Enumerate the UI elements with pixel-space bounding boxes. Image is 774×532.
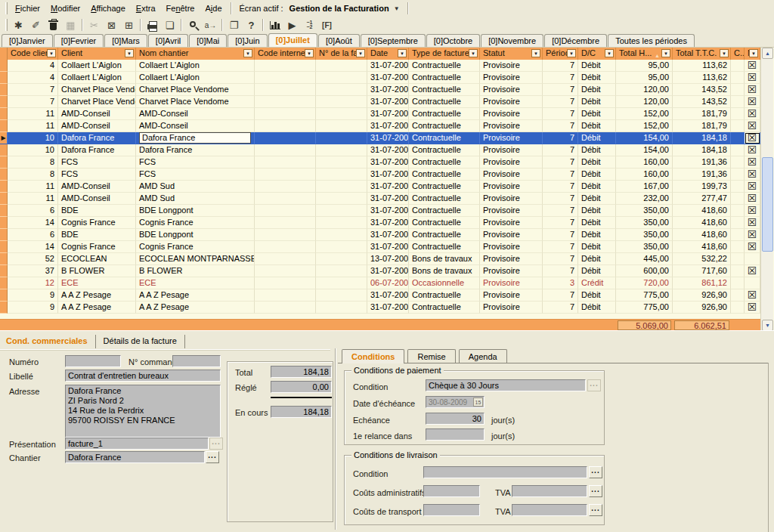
column-header-dc[interactable]: D/C▼ (578, 48, 616, 60)
row-marker[interactable] (0, 265, 8, 277)
cell-chantier[interactable]: FCS (136, 156, 255, 169)
cell-ttc[interactable]: 181,79 (673, 108, 731, 120)
grid-row[interactable]: 37B FLOWERB FLOWER31-07-2009Bons de trav… (0, 265, 760, 277)
menu-item-extra[interactable]: Extra (131, 2, 161, 15)
scrollbar-thumb[interactable] (762, 157, 773, 252)
cell-periode[interactable]: 7 (543, 181, 578, 193)
grid-row[interactable]: 14Cognis FranceCognis France31-07-2009Co… (0, 241, 760, 253)
period-tab-7[interactable]: [0]Juillet (268, 33, 317, 47)
cell-code[interactable]: 7 (8, 96, 58, 108)
cell-client[interactable]: Charvet Place Vendome (58, 96, 136, 108)
page-edit-button[interactable]: ❏ (161, 17, 178, 32)
cell-interne[interactable] (255, 169, 316, 181)
cell-date[interactable]: 31-07-2009 (367, 217, 409, 229)
cell-num[interactable] (316, 217, 367, 229)
cell-type[interactable]: Contractuelle (409, 181, 480, 193)
numero-field[interactable] (65, 355, 121, 367)
cell-num[interactable] (316, 72, 367, 84)
condition-paiement-browse-button[interactable]: ... (587, 379, 601, 391)
row-marker[interactable] (0, 108, 8, 120)
cell-type[interactable]: Contractuelle (409, 84, 480, 96)
cell-chantier[interactable]: Cognis France (136, 217, 255, 229)
vertical-scrollbar[interactable]: ▲ ▼ (760, 48, 773, 331)
column-filter-dropdown-icon[interactable]: ▼ (720, 49, 729, 57)
grid-row[interactable]: 7Charvet Place VendomeCharvet Place Vend… (0, 84, 760, 96)
cell-num[interactable] (316, 108, 367, 120)
cell-c[interactable] (731, 72, 745, 84)
cell-ttc[interactable]: 184,18 (673, 132, 731, 144)
cell-periode[interactable]: 7 (543, 169, 578, 181)
cell-num[interactable] (316, 84, 367, 96)
cell-c[interactable] (731, 120, 745, 132)
presentation-field[interactable]: facture_1 (65, 438, 209, 450)
grid-row[interactable]: 7Charvet Place VendomeCharvet Place Vend… (0, 96, 760, 108)
cell-code[interactable]: 6 (8, 205, 58, 217)
cell-c[interactable] (731, 253, 745, 265)
cell-ht[interactable]: 120,00 (616, 84, 673, 96)
cell-m[interactable]: ☒ (745, 84, 760, 96)
column-filter-dropdown-icon[interactable]: ▼ (531, 49, 540, 57)
cell-ttc[interactable]: 861,12 (673, 277, 731, 289)
cell-dc[interactable]: Débit (578, 241, 616, 253)
cell-client[interactable]: BDE (58, 229, 136, 241)
cell-ht[interactable]: 720,00 (616, 277, 673, 289)
cell-c[interactable] (731, 84, 745, 96)
cell-code[interactable]: 4 (8, 72, 58, 84)
cell-statut[interactable]: Provisoire (480, 302, 543, 314)
cell-ht[interactable]: 350,00 (616, 229, 673, 241)
cell-dc[interactable]: Débit (578, 265, 616, 277)
new-record-button[interactable]: ✱ (10, 17, 27, 32)
row-marker[interactable] (0, 72, 8, 84)
conditions-tab-agenda[interactable]: Agenda (459, 349, 507, 363)
column-header-interne[interactable]: Code interne▼ (255, 48, 316, 60)
cell-client[interactable]: Cognis France (58, 241, 136, 253)
cell-periode[interactable]: 7 (543, 60, 578, 72)
condition-paiement-field[interactable]: Chèque à 30 Jours (426, 379, 586, 391)
column-filter-dropdown-icon[interactable]: ▼ (661, 49, 670, 57)
period-tab-5[interactable]: [0]Mai (189, 34, 227, 47)
cell-date[interactable]: 31-07-2009 (367, 181, 409, 193)
cell-dc[interactable]: Débit (578, 132, 616, 144)
cell-num[interactable] (316, 253, 367, 265)
cell-m[interactable]: ☒ (745, 108, 760, 120)
chantier-browse-button[interactable]: ... (206, 451, 219, 463)
cell-date[interactable]: 31-07-2009 (367, 302, 409, 314)
row-marker[interactable] (0, 144, 8, 156)
cell-ht[interactable]: 95,00 (616, 60, 673, 72)
cell-ht[interactable]: 152,00 (616, 120, 673, 132)
cell-dc[interactable]: Débit (578, 229, 616, 241)
cell-interne[interactable] (255, 156, 316, 169)
cell-interne[interactable] (255, 72, 316, 84)
cell-num[interactable] (316, 120, 367, 132)
grid-row[interactable]: 12ECEECE06-07-2009OccasionnelleProvisoir… (0, 277, 760, 289)
cell-client[interactable]: ECOCLEAN (58, 253, 136, 265)
cell-type[interactable]: Contractuelle (409, 120, 480, 132)
column-header-date[interactable]: Date▼ (367, 48, 409, 60)
print-button[interactable] (144, 17, 161, 32)
cell-c[interactable] (731, 289, 745, 302)
couts-transport-field[interactable] (423, 504, 480, 516)
cell-client[interactable]: B FLOWER (58, 265, 136, 277)
period-tab-11[interactable]: [0]Novembre (481, 34, 543, 47)
cell-chantier[interactable]: Collaert L'Aiglon (136, 60, 255, 72)
cell-num[interactable] (316, 205, 367, 217)
sort-button[interactable]: −1 −2 (301, 17, 318, 32)
cell-c[interactable] (731, 96, 745, 108)
cell-c[interactable] (731, 229, 745, 241)
menu-item-affichage[interactable]: Affichage (85, 2, 131, 15)
cell-dc[interactable]: Débit (578, 84, 616, 96)
cell-m[interactable]: ☒ (745, 120, 760, 132)
cell-type[interactable]: Contractuelle (409, 193, 480, 205)
cell-client[interactable]: BDE (58, 205, 136, 217)
cell-client[interactable]: FCS (58, 156, 136, 169)
cell-c[interactable] (731, 302, 745, 314)
cell-num[interactable] (316, 193, 367, 205)
adresse-field[interactable]: Dafora FranceZI Paris Nord 214 Rue de la… (65, 385, 221, 438)
cell-statut[interactable]: Provisoire (480, 181, 543, 193)
cell-type[interactable]: Contractuelle (409, 60, 480, 72)
cell-ttc[interactable]: 143,52 (673, 96, 731, 108)
libelle-field[interactable]: Contrat d'entretien bureaux (65, 370, 221, 382)
cell-interne[interactable] (255, 60, 316, 72)
cell-ttc[interactable]: 113,62 (673, 60, 731, 72)
column-header-periode[interactable]: Période▼ (543, 48, 578, 60)
